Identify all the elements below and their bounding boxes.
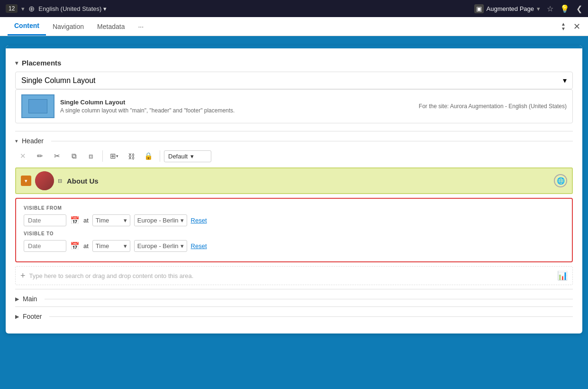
toolbar-separator-2 xyxy=(160,150,160,162)
visible-from-time-placeholder: Time xyxy=(96,217,109,224)
cut-button[interactable]: ✂ xyxy=(49,148,64,164)
tab-metadata[interactable]: Metadata xyxy=(90,17,131,36)
time-chevron-icon: ▾ xyxy=(124,217,127,224)
visible-from-date-input[interactable] xyxy=(24,214,66,226)
header-divider xyxy=(51,141,573,141)
tab-more[interactable]: ··· xyxy=(131,17,150,36)
footer-divider xyxy=(49,316,573,317)
language-chevron-icon[interactable]: ▾ xyxy=(103,5,107,12)
visible-from-reset-button[interactable]: Reset xyxy=(191,217,207,224)
main-divider xyxy=(45,299,573,299)
copy-button[interactable]: ⧉ xyxy=(66,148,81,164)
header-subsection: ▾ Header ✕ ✏ ✂ ⧉ ⧈ ⊞ ▾ ⛓ 🔒 De xyxy=(15,131,573,289)
layout-thumbnail-inner xyxy=(28,99,47,113)
lock-button[interactable]: 🔒 xyxy=(141,148,156,164)
globe-icon: ⊕ xyxy=(28,4,35,13)
toolbar-dropdown-chevron-icon: ▾ xyxy=(190,153,194,160)
layout-selector-chevron-icon[interactable]: ▾ xyxy=(563,76,567,85)
page-num-chevron[interactable]: ▾ xyxy=(21,5,25,12)
visible-to-label: VISIBLE TO xyxy=(24,231,564,236)
content-item-chevron[interactable]: ▾ xyxy=(21,176,31,186)
chevron-up-icon[interactable]: ▲ xyxy=(561,22,566,27)
top-bar: 12 ▾ ⊕ English (United States) ▾ ▣ Augme… xyxy=(0,0,588,17)
add-content-area[interactable]: + Type here to search or drag and drop c… xyxy=(15,266,573,285)
top-bar-right: ▣ Augmented Page ▾ ☆ 💡 ❮ xyxy=(474,4,582,13)
star-icon[interactable]: ☆ xyxy=(547,4,553,13)
placements-section-header: ▾ Placements xyxy=(6,52,582,72)
header-toolbar: ✕ ✏ ✂ ⧉ ⧈ ⊞ ▾ ⛓ 🔒 Default ▾ xyxy=(15,145,573,167)
visible-to-time-select[interactable]: Time ▾ xyxy=(92,240,130,252)
visible-to-time-placeholder: Time xyxy=(96,242,109,250)
top-bar-left: 12 ▾ ⊕ English (United States) ▾ xyxy=(6,4,467,13)
content-item-type-icon: ⊟ xyxy=(58,178,62,184)
header-label: Header xyxy=(22,137,44,145)
paste-button[interactable]: ⧈ xyxy=(83,148,99,164)
language-label: English (United States) xyxy=(38,5,101,12)
layout-site-info: For the site: Aurora Augmentation - Engl… xyxy=(419,103,567,110)
footer-subsection: ▶ Footer xyxy=(15,306,573,324)
header-subsection-header[interactable]: ▾ Header xyxy=(15,137,573,145)
collapse-panel-icon[interactable]: ❮ xyxy=(576,4,582,13)
augmented-page-button[interactable]: ▣ Augmented Page ▾ xyxy=(474,4,540,13)
close-button[interactable]: ✕ xyxy=(15,148,30,164)
visible-to-at: at xyxy=(83,242,89,250)
layout-thumbnail xyxy=(21,94,54,118)
lightbulb-icon[interactable]: 💡 xyxy=(560,4,570,13)
augmented-page-chevron-icon[interactable]: ▾ xyxy=(537,5,540,12)
main-chevron-icon[interactable]: ▶ xyxy=(15,296,19,302)
content-item-title: About Us xyxy=(67,177,99,185)
main-subsection-header[interactable]: ▶ Main xyxy=(15,295,573,303)
visible-from-label: VISIBLE FROM xyxy=(24,205,564,211)
tz-to-chevron-icon: ▾ xyxy=(181,242,184,250)
tab-actions: ▲ ▼ ✕ xyxy=(561,21,580,32)
content-item-globe-icon[interactable]: 🌐 xyxy=(554,174,567,187)
placements-chevron-icon[interactable]: ▾ xyxy=(15,60,18,66)
component-chevron-icon: ▾ xyxy=(116,154,118,158)
time-to-chevron-icon: ▾ xyxy=(124,242,127,250)
visible-to-reset-button[interactable]: Reset xyxy=(191,242,207,250)
component-button[interactable]: ⊞ ▾ xyxy=(107,148,122,164)
panel: ▾ Placements Single Column Layout ▾ Sing… xyxy=(6,46,582,333)
page-number: 12 xyxy=(6,4,18,13)
main-content: ▾ Placements Single Column Layout ▾ Sing… xyxy=(0,36,588,389)
layout-selector-label: Single Column Layout xyxy=(21,76,96,85)
edit-button[interactable]: ✏ xyxy=(32,148,47,164)
visible-to-row: 📅 at Time ▾ Europe - Berlin ▾ Reset xyxy=(24,240,564,252)
tab-content[interactable]: Content xyxy=(8,17,46,36)
augmented-page-icon: ▣ xyxy=(474,4,484,13)
content-item-about-us[interactable]: ▾ ⊟ About Us 🌐 xyxy=(15,167,573,194)
chevron-down-icon[interactable]: ▼ xyxy=(561,27,566,31)
tab-navigation[interactable]: Navigation xyxy=(46,17,90,36)
footer-label: Footer xyxy=(23,313,42,320)
toolbar-dropdown[interactable]: Default ▾ xyxy=(164,150,211,162)
tab-navigation-label: Navigation xyxy=(53,23,84,30)
content-item-thumbnail xyxy=(35,171,54,190)
calendar-icon-to[interactable]: 📅 xyxy=(70,241,80,250)
collapse-expand-icons[interactable]: ▲ ▼ xyxy=(561,22,566,31)
visible-from-timezone: Europe - Berlin xyxy=(137,217,179,224)
visible-from-timezone-select[interactable]: Europe - Berlin ▾ xyxy=(134,214,187,226)
analytics-icon: 📊 xyxy=(557,270,568,281)
layout-card: Single Column Layout A single column lay… xyxy=(15,89,573,123)
tab-content-label: Content xyxy=(14,22,39,29)
visibility-panel: VISIBLE FROM 📅 at Time ▾ Europe - Berlin… xyxy=(15,198,573,262)
visible-to-timezone-select[interactable]: Europe - Berlin ▾ xyxy=(134,240,187,252)
augmented-page-label: Augmented Page xyxy=(487,5,534,12)
content-item-avatar xyxy=(35,171,54,190)
main-label: Main xyxy=(23,295,37,303)
layout-selector[interactable]: Single Column Layout ▾ xyxy=(15,72,573,89)
toolbar-dropdown-value: Default xyxy=(168,153,188,160)
top-blue-strip xyxy=(6,42,582,46)
footer-chevron-icon[interactable]: ▶ xyxy=(15,314,19,320)
visible-to-date-input[interactable] xyxy=(24,240,66,252)
language-selector[interactable]: English (United States) ▾ xyxy=(38,5,107,12)
placements-title: Placements xyxy=(22,59,61,67)
layout-card-title: Single Column Layout xyxy=(60,99,413,106)
toolbar-separator-1 xyxy=(102,150,103,162)
close-panel-icon[interactable]: ✕ xyxy=(573,21,580,32)
footer-subsection-header[interactable]: ▶ Footer xyxy=(15,313,573,320)
calendar-icon-from[interactable]: 📅 xyxy=(70,216,80,225)
visible-from-time-select[interactable]: Time ▾ xyxy=(92,214,130,226)
header-chevron-icon[interactable]: ▾ xyxy=(15,138,18,144)
chain-button[interactable]: ⛓ xyxy=(124,148,139,164)
